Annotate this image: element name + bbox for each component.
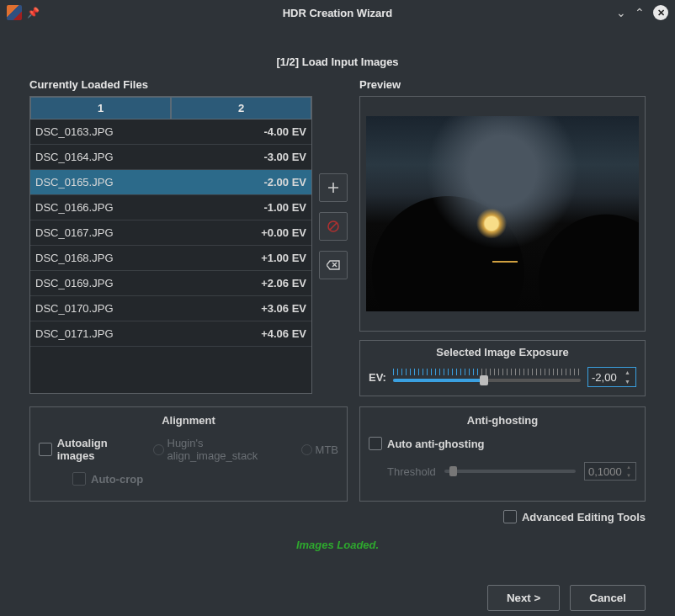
alignment-title: Alignment bbox=[39, 414, 338, 427]
status-text: Images Loaded. bbox=[29, 539, 646, 551]
table-header-2[interactable]: 2 bbox=[171, 97, 311, 119]
file-name: DSC_0170.JPG bbox=[30, 296, 171, 321]
table-row[interactable]: DSC_0167.JPG+0.00 EV bbox=[30, 220, 311, 246]
file-ev: +4.06 EV bbox=[171, 321, 311, 346]
clear-icon bbox=[327, 260, 340, 270]
maximize-icon[interactable]: ⌃ bbox=[635, 6, 645, 19]
add-file-button[interactable] bbox=[319, 173, 348, 202]
file-name: DSC_0171.JPG bbox=[30, 321, 171, 346]
table-row[interactable]: DSC_0166.JPG-1.00 EV bbox=[30, 195, 311, 220]
file-ev: -3.00 EV bbox=[171, 145, 311, 169]
minimize-icon[interactable]: ⌄ bbox=[616, 6, 626, 19]
autoalign-checkbox[interactable]: Autoalign images bbox=[39, 437, 146, 462]
loaded-files-title: Currently Loaded Files bbox=[29, 78, 348, 91]
autocrop-checkbox: Auto-crop bbox=[72, 472, 338, 486]
file-ev: -1.00 EV bbox=[171, 195, 311, 220]
preview-image bbox=[366, 116, 639, 311]
autocrop-label: Auto-crop bbox=[91, 473, 143, 486]
next-button[interactable]: Next > bbox=[487, 585, 560, 611]
clear-files-button[interactable] bbox=[319, 251, 348, 279]
file-name: DSC_0165.JPG bbox=[30, 170, 171, 194]
table-row[interactable]: DSC_0163.JPG-4.00 EV bbox=[30, 119, 311, 145]
table-row[interactable]: DSC_0168.JPG+1.00 EV bbox=[30, 246, 311, 271]
file-ev: +1.00 EV bbox=[171, 246, 311, 270]
file-name: DSC_0164.JPG bbox=[30, 145, 171, 169]
threshold-spinbox: 0,1000 ▲▼ bbox=[584, 462, 636, 481]
engine-hugin-radio: Hugin's align_image_stack bbox=[153, 437, 295, 462]
file-table: 1 2 DSC_0163.JPG-4.00 EVDSC_0164.JPG-3.0… bbox=[29, 96, 312, 394]
engine-mtb-radio: MTB bbox=[301, 443, 338, 456]
autoalign-label: Autoalign images bbox=[57, 437, 146, 462]
remove-file-button[interactable] bbox=[319, 212, 348, 241]
table-row[interactable]: DSC_0171.JPG+4.06 EV bbox=[30, 321, 311, 347]
cancel-button[interactable]: Cancel bbox=[570, 585, 646, 611]
engine-hugin-label: Hugin's align_image_stack bbox=[167, 437, 295, 462]
pin-icon[interactable]: 📌 bbox=[27, 7, 40, 19]
exposure-panel: Selected Image Exposure EV: -2,00 ▲▼ bbox=[359, 340, 646, 396]
window-controls: ⌄ ⌃ ✕ bbox=[616, 5, 668, 20]
threshold-slider bbox=[444, 470, 576, 473]
auto-antighost-label: Auto anti-ghosting bbox=[387, 438, 485, 450]
forbidden-icon bbox=[327, 220, 340, 233]
preview-title: Preview bbox=[359, 78, 646, 91]
step-label: [1/2] Load Input Images bbox=[29, 56, 646, 68]
ev-label: EV: bbox=[369, 371, 386, 384]
ev-value: -2,00 bbox=[592, 371, 617, 384]
file-name: DSC_0168.JPG bbox=[30, 246, 171, 270]
file-ev: +3.06 EV bbox=[171, 296, 311, 321]
preview-box bbox=[359, 96, 646, 332]
antighost-title: Anti-ghosting bbox=[369, 414, 636, 427]
table-row[interactable]: DSC_0169.JPG+2.06 EV bbox=[30, 271, 311, 296]
table-row[interactable]: DSC_0165.JPG-2.00 EV bbox=[30, 170, 311, 195]
file-name: DSC_0163.JPG bbox=[30, 119, 171, 144]
table-row[interactable]: DSC_0170.JPG+3.06 EV bbox=[30, 296, 311, 321]
advanced-tools-label: Advanced Editing Tools bbox=[522, 511, 646, 523]
engine-mtb-label: MTB bbox=[316, 443, 338, 456]
window-title: HDR Creation Wizard bbox=[0, 7, 675, 19]
close-icon[interactable]: ✕ bbox=[653, 5, 668, 20]
app-icon bbox=[7, 5, 22, 20]
auto-antighost-checkbox[interactable]: Auto anti-ghosting bbox=[369, 437, 636, 450]
file-ev: -4.00 EV bbox=[171, 119, 311, 144]
alignment-panel: Alignment Autoalign images Hugin's align… bbox=[29, 406, 348, 502]
window-titlebar: 📌 HDR Creation Wizard ⌄ ⌃ ✕ bbox=[0, 0, 675, 25]
threshold-label: Threshold bbox=[387, 465, 436, 478]
file-ev: +0.00 EV bbox=[171, 220, 311, 245]
file-ev: +2.06 EV bbox=[171, 271, 311, 295]
table-row[interactable]: DSC_0164.JPG-3.00 EV bbox=[30, 145, 311, 170]
file-name: DSC_0167.JPG bbox=[30, 220, 171, 245]
antighost-panel: Anti-ghosting Auto anti-ghosting Thresho… bbox=[359, 406, 646, 502]
plus-icon bbox=[327, 182, 339, 194]
advanced-tools-checkbox[interactable]: Advanced Editing Tools bbox=[503, 510, 646, 523]
table-header-1[interactable]: 1 bbox=[30, 97, 171, 119]
file-name: DSC_0169.JPG bbox=[30, 271, 171, 295]
ev-slider[interactable] bbox=[393, 369, 581, 385]
ev-spinbox[interactable]: -2,00 ▲▼ bbox=[587, 367, 636, 387]
exposure-title: Selected Image Exposure bbox=[369, 346, 636, 358]
file-ev: -2.00 EV bbox=[171, 170, 311, 194]
file-name: DSC_0166.JPG bbox=[30, 195, 171, 220]
threshold-value: 0,1000 bbox=[588, 465, 622, 478]
